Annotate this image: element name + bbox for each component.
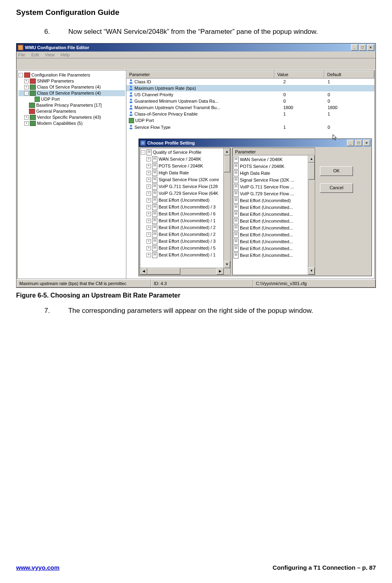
inner-close-button[interactable]: ×	[363, 140, 370, 146]
toolbar-button[interactable]	[38, 60, 47, 68]
profile-list-item[interactable]: Best Effort (Uncommitted)	[233, 197, 314, 204]
profile-tree-item[interactable]: +Best Effort (Uncommitted) / 1	[141, 252, 229, 258]
expand-icon[interactable]: +	[146, 246, 151, 250]
expand-icon[interactable]: +	[146, 157, 151, 161]
tree-item[interactable]: General Parameters	[19, 108, 125, 114]
scroll-thumb[interactable]	[308, 163, 315, 180]
profile-tree-item[interactable]: +Signal Service Flow (32K comr	[141, 176, 229, 183]
tree-item[interactable]: +Class Of Service Parameters (4)	[19, 84, 125, 90]
expand-icon[interactable]: +	[146, 239, 151, 244]
expand-icon[interactable]: +	[146, 205, 151, 209]
expand-icon[interactable]	[24, 110, 28, 113]
profile-list-item[interactable]: Best Effort (Uncommitted...	[233, 218, 314, 225]
profile-list-item[interactable]: Best Effort (Uncommitted...	[233, 252, 314, 259]
profile-list-item[interactable]: Best Effort (Uncommitted...	[233, 211, 314, 218]
close-button[interactable]: ×	[367, 44, 374, 51]
profile-tree[interactable]: -Quality of Service Profile+WAN Service …	[140, 148, 231, 275]
profile-list-item[interactable]: Best Effort (Uncommitted...	[233, 225, 314, 232]
grid-row[interactable]: Maximum Upstream Channel Transmit Bu...1…	[126, 104, 374, 111]
expand-icon[interactable]: +	[146, 198, 151, 203]
scrollbar-vertical[interactable]: ▲ ▼	[223, 148, 230, 275]
expand-icon[interactable]	[30, 97, 33, 101]
profile-tree-item[interactable]: +Best Effort (Uncommitted) / 2	[141, 231, 229, 238]
titlebar[interactable]: WMU Configuration File Editor _ □ ×	[17, 43, 375, 52]
scroll-down-icon[interactable]: ▼	[308, 267, 315, 275]
expand-icon[interactable]: +	[24, 85, 29, 89]
config-tree[interactable]: -Configuration File Parameters+SNMP Para…	[18, 70, 126, 279]
profile-list[interactable]: Parameter WAN Service / 2048KPOTS Servic…	[232, 148, 315, 275]
grid-row[interactable]: Class-of-Service Privacy Enable11	[126, 111, 374, 117]
profile-list-item[interactable]: VoIP G.729 Service Flow ...	[233, 190, 314, 197]
expand-icon[interactable]: -	[141, 150, 145, 155]
expand-icon[interactable]: +	[146, 184, 151, 189]
footer-link[interactable]: www.vyyo.com	[16, 564, 60, 571]
tree-item[interactable]: +SNMP Parameters	[19, 78, 125, 84]
inner-minimize-button[interactable]: _	[347, 140, 354, 146]
expand-icon[interactable]: +	[146, 232, 151, 237]
scroll-right-icon[interactable]: ▶	[217, 268, 224, 275]
expand-icon[interactable]: +	[146, 212, 151, 216]
profile-tree-item[interactable]: +VoIP G.711 Service Flow (128	[141, 183, 229, 190]
profile-tree-item[interactable]: +Best Effort (Uncommitted) / 3	[141, 238, 229, 245]
tree-item[interactable]: -Class Of Service Parameters (4)	[19, 90, 125, 96]
toolbar-button[interactable]	[28, 60, 37, 68]
maximize-button[interactable]: □	[359, 44, 366, 51]
scroll-left-icon[interactable]: ◀	[140, 268, 147, 275]
profile-list-item[interactable]: Best Effort (Uncommitted...	[233, 238, 314, 245]
expand-icon[interactable]: +	[146, 253, 151, 257]
profile-list-item[interactable]: Signal Service Flow (32K ...	[233, 177, 314, 184]
scroll-down-icon[interactable]: ▼	[224, 261, 230, 268]
toolbar-button[interactable]	[18, 60, 27, 68]
profile-list-item[interactable]: Best Effort (Uncommitted...	[233, 232, 314, 238]
profile-tree-item[interactable]: +WAN Service / 2048K	[141, 156, 229, 163]
expand-icon[interactable]: +	[146, 171, 151, 175]
profile-list-item[interactable]: VoIP G.711 Service Flow ...	[233, 184, 314, 190]
expand-icon[interactable]: +	[146, 191, 151, 196]
tree-item[interactable]: -Configuration File Parameters	[19, 72, 125, 78]
profile-tree-item[interactable]: +VoIP G.729 Service Flow (64K	[141, 190, 229, 197]
profile-list-item[interactable]: Best Effort (Uncommitted...	[233, 204, 314, 211]
profile-tree-item[interactable]: +Best Effort (Uncommitted)	[141, 197, 229, 204]
expand-icon[interactable]	[24, 103, 28, 107]
expand-icon[interactable]: +	[24, 121, 29, 126]
grid-header-default[interactable]: Default	[324, 70, 374, 78]
menu-edit[interactable]: Edit	[31, 52, 39, 57]
scrollbar-vertical[interactable]: ▲ ▼	[308, 155, 315, 275]
menu-file[interactable]: File	[18, 52, 25, 57]
scroll-thumb-h[interactable]	[147, 268, 180, 275]
grid-row[interactable]: Service Flow Type10	[126, 124, 374, 130]
profile-tree-item[interactable]: +Best Effort (Uncommitted) / 3	[141, 204, 229, 211]
toolbar-button[interactable]	[48, 60, 57, 68]
grid-row[interactable]: Maximum Upstream Rate (bps)	[126, 85, 374, 91]
profile-tree-item[interactable]: +High Data Rate	[141, 170, 229, 176]
tree-item[interactable]: +Vendor Specific Parameters (43)	[19, 114, 125, 120]
expand-icon[interactable]: -	[19, 73, 23, 77]
menu-view[interactable]: View	[45, 52, 55, 57]
expand-icon[interactable]: +	[146, 178, 151, 182]
tree-item[interactable]: UDP Port	[19, 96, 125, 102]
profile-list-item[interactable]: Best Effort (Uncommitted...	[233, 245, 314, 252]
expand-icon[interactable]: +	[24, 79, 29, 83]
profile-tree-item[interactable]: +Best Effort (Uncommitted) / 5	[141, 245, 229, 252]
scroll-thumb[interactable]	[224, 155, 230, 172]
menu-help[interactable]: Help	[61, 52, 70, 57]
scroll-up-icon[interactable]: ▲	[308, 155, 315, 163]
grid-row[interactable]: Guaranteed Minimum Upstream Data Ra...00	[126, 98, 374, 104]
inner-list-header[interactable]: Parameter	[233, 148, 315, 155]
toolbar-button[interactable]	[68, 60, 77, 68]
cancel-button[interactable]: Cancel	[320, 183, 353, 193]
scroll-up-icon[interactable]: ▲	[224, 148, 230, 155]
ok-button[interactable]: OK	[320, 166, 353, 176]
toolbar-button[interactable]	[58, 60, 67, 68]
profile-list-item[interactable]: High Data Rate	[233, 170, 314, 177]
grid-header-value[interactable]: Value	[274, 70, 324, 78]
expand-icon[interactable]: +	[146, 164, 151, 168]
grid-row[interactable]: Class ID21	[126, 79, 374, 85]
grid-header-parameter[interactable]: Parameter	[126, 70, 274, 78]
grid-row[interactable]: US Channel Priority00	[126, 91, 374, 98]
profile-tree-item[interactable]: +Best Effort (Uncommitted) / 1	[141, 217, 229, 224]
profile-list-item[interactable]: WAN Service / 2048K	[233, 156, 314, 163]
grid-row[interactable]: UDP Port	[126, 117, 374, 124]
tree-item[interactable]: +Modem Capabilities (5)	[19, 120, 125, 126]
profile-tree-item[interactable]: -Quality of Service Profile	[141, 149, 229, 156]
